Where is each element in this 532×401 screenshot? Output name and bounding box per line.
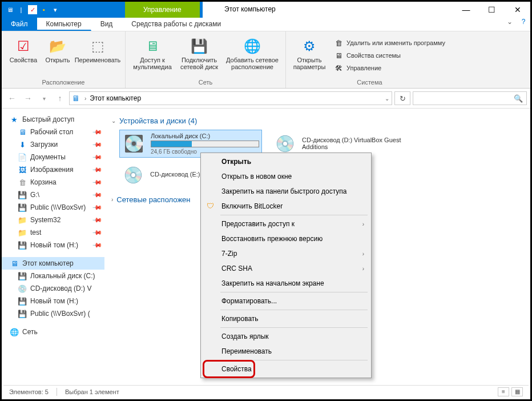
uninstall-button[interactable]: 🗑Удалить или изменить программу [332, 37, 448, 49]
details-view-button[interactable]: ≡ [498, 387, 509, 396]
sidebar-desktop[interactable]: 🖥Рабочий стол📌 [2, 126, 104, 138]
overflow-icon[interactable]: ▾ [51, 5, 60, 14]
rename-button[interactable]: ⬚ Переименовать [75, 36, 120, 65]
sidebar-item-label: Быстрый доступ [22, 115, 74, 123]
cm-open[interactable]: Открыть [202, 154, 370, 169]
open-button[interactable]: 📂 Открыть [43, 36, 72, 65]
ribbon-group-location: ☑ Свойства 📂 Открыть ⬚ Переименовать Рас… [2, 31, 126, 88]
sidebar-item-label: Новый том (H:) [30, 241, 78, 249]
manage-button[interactable]: 🛠Управление [332, 62, 448, 74]
sys-props-button[interactable]: 🖥Свойства системы [332, 50, 448, 61]
cm-pin-start[interactable]: Закрепить на начальном экране [202, 276, 370, 291]
chevron-down-icon: ⌄ [111, 118, 116, 124]
menu-computer[interactable]: Компьютер [37, 18, 91, 31]
maximize-button[interactable]: ☐ [479, 2, 505, 18]
sidebar-cd-d[interactable]: 💿CD-дисковод (D:) V [2, 282, 104, 295]
cm-crc[interactable]: CRC SHA› [202, 261, 370, 276]
sidebar-this-pc[interactable]: 🖥Этот компьютер [2, 257, 104, 270]
sidebar-test[interactable]: 📁test📌 [2, 226, 104, 239]
sidebar-item-label: Изображения [30, 166, 73, 174]
check-icon[interactable]: ✓ [28, 5, 37, 14]
breadcrumb-arrow[interactable]: › [84, 95, 86, 102]
open-params-button[interactable]: ⚙ Открыть параметры [291, 36, 328, 71]
map-drive-button[interactable]: 💾 Подключить сетевой диск [177, 36, 221, 71]
cm-copy[interactable]: Копировать [202, 311, 370, 326]
navigation-pane: ★Быстрый доступ 🖥Рабочий стол📌 ⬇Загрузки… [2, 109, 104, 390]
section-drives-header[interactable]: ⌄ Устройства и диски (4) [111, 117, 526, 125]
cm-shortcut[interactable]: Создать ярлык [202, 329, 370, 344]
sidebar-public[interactable]: 💾Public (\\VBoxSvr)📌 [2, 201, 104, 214]
trash-icon: 🗑 [18, 178, 27, 187]
window-controls: — ☐ ✕ [453, 2, 530, 18]
breadcrumb-location[interactable]: Этот компьютер [90, 94, 141, 102]
sidebar-network[interactable]: 🌐Сеть [2, 326, 104, 338]
sidebar-quick-access[interactable]: ★Быстрый доступ [2, 113, 104, 126]
nav-back-button[interactable]: ← [5, 91, 19, 105]
cm-pin-qa[interactable]: Закрепить на панели быстрого доступа [202, 184, 370, 199]
pictures-icon: 🖼 [18, 165, 27, 174]
nav-up-button[interactable]: ↑ [53, 91, 67, 105]
drive-c-capacity-bar [151, 141, 259, 147]
cm-separator [220, 360, 368, 360]
properties-button[interactable]: ☑ Свойства [6, 36, 41, 65]
uninstall-label: Удалить или изменить программу [346, 39, 445, 46]
cm-restore[interactable]: Восстановить прежнюю версию [202, 231, 370, 246]
shield-icon: 🛡 [207, 202, 216, 211]
network-drive-icon: 💾 [18, 203, 27, 212]
menu-view[interactable]: Вид [91, 18, 123, 31]
ribbon-help-icons: ⌄ ? [503, 18, 530, 31]
drive-c-name: Локальный диск (C:) [151, 133, 259, 139]
disk-icon: 💽 [122, 134, 145, 154]
sidebar-documents[interactable]: 📄Документы📌 [2, 151, 104, 163]
cm-bitlocker-label: Включить BitLocker [221, 202, 283, 210]
sidebar-system32[interactable]: 📁System32📌 [2, 214, 104, 226]
sidebar-local-c[interactable]: 💾Локальный диск (C:) [2, 270, 104, 282]
menu-file[interactable]: Файл [2, 18, 37, 31]
collapse-ribbon-icon[interactable]: ⌄ [503, 18, 517, 31]
sidebar-item-label: Этот компьютер [22, 259, 74, 267]
sidebar-public2[interactable]: 💾Public (\\VBoxSvr) ( [2, 307, 104, 320]
cm-format[interactable]: Форматировать... [202, 294, 370, 308]
add-network-button[interactable]: 🌐 Добавить сетевое расположение [224, 36, 281, 71]
cm-separator [220, 215, 368, 215]
cm-share[interactable]: Предоставить доступ к› [202, 216, 370, 231]
sidebar-newvol[interactable]: 💾Новый том (H:)📌 [2, 239, 104, 251]
sidebar-pictures[interactable]: 🖼Изображения📌 [2, 163, 104, 176]
properties-icon: ☑ [14, 37, 33, 55]
ribbon-context-tab[interactable]: Управление [125, 2, 200, 18]
nav-history-button[interactable]: ▾ [37, 91, 51, 105]
cm-rename[interactable]: Переименовать [202, 344, 370, 359]
statusbar: Элементов: 5 Выбран 1 элемент ≡ ▦ [3, 385, 529, 398]
properties-label: Свойства [10, 57, 37, 63]
cm-7zip-label: 7-Zip [221, 250, 237, 258]
refresh-button[interactable]: ↻ [394, 91, 410, 105]
sidebar-downloads[interactable]: ⬇Загрузки📌 [2, 138, 104, 151]
cm-bitlocker[interactable]: 🛡Включить BitLocker [202, 199, 370, 214]
media-access-button[interactable]: 🖥 Доступ к мультимедиа [130, 36, 175, 71]
help-icon[interactable]: ? [517, 18, 530, 31]
drive-icon: 💾 [18, 271, 27, 280]
sidebar-item-label: Новый том (H:) [30, 297, 78, 305]
tiles-view-button[interactable]: ▦ [511, 387, 523, 396]
close-button[interactable]: ✕ [505, 2, 530, 18]
sys-props-icon: 🖥 [334, 51, 343, 60]
manage-icon: 🛠 [334, 63, 343, 73]
menu-disks[interactable]: Средства работы с дисками [122, 18, 231, 31]
chevron-right-icon: › [362, 251, 364, 257]
section-network-label: Сетевые расположен [116, 195, 190, 204]
cm-properties[interactable]: Свойства [202, 362, 370, 376]
sidebar-new-h[interactable]: 💾Новый том (H:) [2, 295, 104, 307]
ribbon-group-system: ⚙ Открыть параметры 🗑Удалить или изменит… [286, 31, 453, 88]
cm-separator [220, 292, 368, 292]
cm-7zip[interactable]: 7-Zip› [202, 246, 370, 261]
folder-icon: 📁 [18, 228, 27, 237]
sidebar-g-drive[interactable]: 💾G:\📌 [2, 189, 104, 201]
address-dropdown-icon[interactable]: ⌄ [385, 95, 389, 102]
cm-open-new[interactable]: Открыть в новом окне [202, 169, 370, 184]
address-bar[interactable]: 🖥 › Этот компьютер ⌄ [69, 91, 392, 105]
sidebar-trash[interactable]: 🗑Корзина📌 [2, 176, 104, 189]
nav-forward-button[interactable]: → [21, 91, 35, 105]
folder-icon[interactable]: ▪ [39, 5, 49, 14]
minimize-button[interactable]: — [453, 2, 479, 18]
search-box[interactable]: 🔍 [413, 91, 527, 105]
